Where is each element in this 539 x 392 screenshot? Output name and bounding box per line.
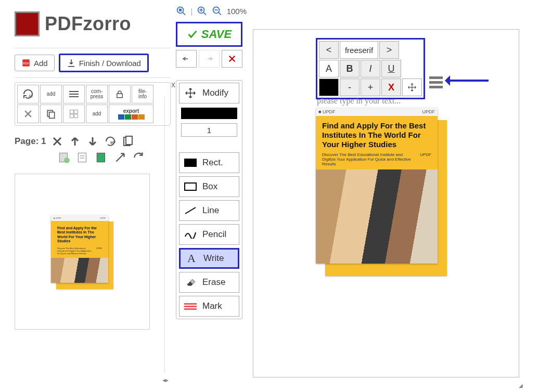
text-move-button[interactable] [402,79,422,96]
font-next-button[interactable]: > [379,41,399,59]
document-tools-grid: X All add com- press file- info add expo… [15,82,171,126]
tool-write[interactable]: A Write [179,248,239,269]
svg-rect-9 [70,110,74,114]
svg-rect-36 [184,306,197,307]
svg-rect-11 [70,114,74,118]
tool-add-page[interactable]: add [40,85,62,103]
tool-box[interactable]: Box [179,176,239,197]
tool-rect[interactable]: Rect. [179,152,239,173]
undo-button[interactable] [176,50,197,68]
text-placeholder[interactable]: please type in your text... [317,96,401,106]
page-thumbnail-frame[interactable]: ■ UPDFUPDF Find and Apply For the Best I… [15,174,150,330]
pencil-path-icon [184,228,197,241]
page-extra2-icon[interactable] [76,151,89,164]
line-icon [184,204,197,217]
text-delete-button[interactable]: X [381,79,401,96]
pdf-icon: PDF [21,58,31,68]
logo: PDFzorro [15,11,171,36]
tool-duplicate[interactable] [40,104,62,123]
page-extra1-icon[interactable] [57,151,71,164]
svg-line-23 [183,12,185,15]
tool-export[interactable]: export [109,104,153,123]
text-color-swatch[interactable] [319,79,339,96]
tool-delete[interactable] [17,104,39,123]
svg-text:90°: 90° [110,141,116,145]
zoom-out-icon[interactable] [212,5,223,17]
svg-rect-32 [184,159,197,167]
font-name[interactable]: freeserif [340,41,378,59]
editor-canvas[interactable]: < freeserif > A B I U - + X please type … [253,29,519,377]
tool-lock[interactable] [109,85,131,103]
finish-download-label: Finish / Download [79,59,141,68]
font-smaller-button[interactable]: - [340,79,360,96]
page-extra3-icon[interactable] [95,151,108,164]
annotation-tool-strip: Modify 1 Rect. Box Line Pencil A Write E… [176,80,242,319]
save-button[interactable]: SAVE [176,22,242,47]
font-bold-button[interactable]: B [340,60,360,77]
page-preview[interactable]: ■ UPDFUPDF Find and Apply For the Best I… [316,108,446,274]
font-prev-button[interactable]: < [319,41,339,59]
tool-add2[interactable]: add [86,104,108,123]
move-up-icon[interactable] [69,135,81,148]
tool-erase[interactable]: Erase [179,272,239,293]
tool-lines[interactable] [63,85,85,103]
tool-grid[interactable] [63,104,85,123]
tool-modify[interactable]: Modify [179,83,239,103]
svg-rect-6 [117,94,123,98]
move-icon [184,86,197,100]
current-color-swatch[interactable] [181,108,237,119]
page-label: Page: 1 [15,136,46,147]
text-a-icon: A [185,252,198,265]
move-down-icon[interactable] [86,135,99,148]
resize-corner-icon[interactable]: ◢ [519,383,523,388]
tool-file-info[interactable]: file- info [132,85,153,103]
finish-download-button[interactable]: Finish / Download [59,54,149,72]
annotation-arrow [447,80,489,82]
zoom-fit-icon[interactable] [176,5,187,17]
app-name: PDFzorro [45,13,131,35]
delete-page-icon[interactable] [51,135,63,148]
svg-rect-21 [97,153,105,162]
zoom-percent: 100% [227,7,247,16]
page-extra5-icon[interactable] [132,151,146,164]
highlight-icon [184,299,197,313]
tool-modify-label: Modify [202,88,228,98]
tool-rotate-all[interactable]: All [17,85,39,103]
copy-page-icon[interactable] [122,135,134,148]
page-extra4-icon[interactable] [113,151,127,164]
check-icon [187,29,198,40]
resize-grip-icon[interactable]: ◂▸ [162,376,168,386]
svg-rect-15 [126,136,132,145]
tool-pencil[interactable]: Pencil [179,224,239,245]
close-tools-icon[interactable]: X [171,82,175,89]
tool-line[interactable]: Line [179,200,239,221]
tool-compress[interactable]: com- press [86,85,108,103]
add-button-label: Add [34,59,48,68]
tool-mark[interactable]: Mark [179,296,239,317]
font-larger-button[interactable]: + [361,79,380,96]
svg-rect-12 [74,114,78,118]
cancel-button[interactable] [222,50,242,68]
svg-rect-10 [74,110,78,114]
preview-header: ■ UPDFUPDF [316,108,438,116]
text-toolbar: < freeserif > A B I U - + X [316,38,425,99]
page-controls: Page: 1 90° [15,135,171,164]
font-italic-button[interactable]: I [361,60,380,77]
svg-rect-37 [184,308,197,310]
preview-title: Find and Apply For the Best Institutes I… [322,121,431,149]
font-underline-button[interactable]: U [381,60,401,77]
rect-outline-icon [184,180,197,193]
rotate-90-icon[interactable]: 90° [104,135,117,148]
svg-line-26 [203,12,206,15]
svg-line-30 [219,12,221,15]
redo-button[interactable] [199,50,220,68]
zoom-in-icon[interactable] [197,5,208,17]
sidebar: PDFzorro PDF Add Finish / Download X All… [15,11,171,330]
font-regular-button[interactable]: A [319,60,339,77]
svg-rect-24 [179,9,182,11]
stroke-width-value[interactable]: 1 [181,123,237,137]
add-button[interactable]: PDF Add [15,55,55,71]
svg-rect-8 [49,112,55,119]
svg-line-34 [185,207,196,214]
preview-image [316,169,438,264]
